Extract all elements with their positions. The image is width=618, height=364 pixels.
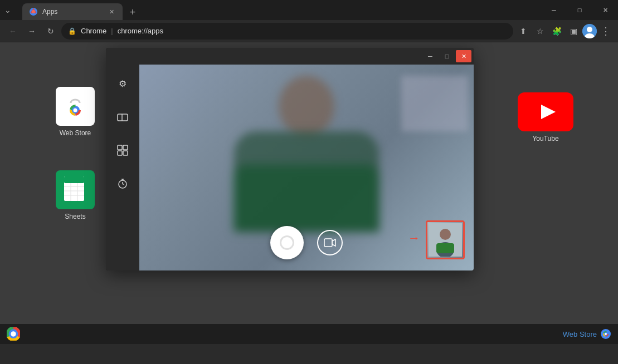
youtube-app-icon[interactable]: YouTube [518,92,573,142]
minimize-btn[interactable]: ─ [541,0,567,20]
person-head [279,76,334,137]
svg-rect-22 [123,145,128,150]
video-icon [324,237,336,249]
url-separator: | [111,27,113,35]
svg-point-31 [281,237,293,248]
svg-point-35 [440,229,451,240]
person-shirt [234,165,379,232]
timer-icon [117,178,128,189]
svg-rect-12 [64,176,84,183]
webstore-app-icon[interactable]: Web Store [56,87,95,137]
main-content: Web Store Sheets Y [0,42,618,344]
forward-btn[interactable]: → [23,23,40,40]
url-bar[interactable]: 🔒 Chrome | chrome://apps [61,23,513,40]
camera-titlebar: ─ □ ✕ [106,48,474,65]
sheets-app-icon[interactable]: Sheets [56,170,95,220]
svg-rect-37 [436,243,454,253]
sheets-logo [63,176,87,203]
shutter-icon [279,234,295,251]
svg-point-40 [11,332,16,337]
webstore-label: Web Store [60,129,91,137]
thumbnail-preview [427,222,463,258]
webstore-icon-img [56,87,95,126]
chrome-logo [7,327,20,341]
maximize-btn[interactable]: □ [567,0,592,20]
bottom-webstore-link[interactable]: Web Store [563,328,611,340]
camera-thumbnail[interactable] [426,220,465,259]
grid-icon [117,145,128,156]
svg-rect-19 [118,114,128,121]
svg-rect-24 [123,151,128,155]
extensions-btn[interactable]: 🧩 [549,23,565,39]
camera-switch-icon [117,111,128,122]
tab-title: Apps [42,8,103,16]
tab-close-btn[interactable]: ✕ [107,7,116,16]
camera-body: ⚙ [106,65,474,270]
window-controls: ─ □ ✕ [541,0,618,20]
background-shelf [401,76,468,131]
toolbar-actions: ⬆ ☆ 🧩 ▣ ⋮ [515,23,614,39]
person-figure [223,76,390,243]
svg-point-10 [74,109,77,112]
avatar-icon [582,24,597,38]
refresh-btn[interactable]: ↻ [42,23,59,40]
svg-rect-21 [118,145,122,150]
camera-grid-btn[interactable] [113,140,133,160]
bookmark-btn[interactable]: ☆ [532,23,548,39]
active-tab[interactable]: Apps ✕ [22,3,123,20]
camera-window: ─ □ ✕ ⚙ [106,48,474,270]
webstore-logo [62,93,89,120]
camera-maximize-btn[interactable]: □ [439,50,455,62]
thumbnail-arrow: → [408,231,420,245]
menu-btn[interactable]: ⋮ [598,23,614,39]
thumbnail-person [429,223,462,257]
camera-sidebar: ⚙ [106,65,139,270]
share-btn[interactable]: ⬆ [515,23,531,39]
camera-minimize-btn[interactable]: ─ [422,50,438,62]
youtube-logo [529,100,562,124]
url-path: chrome://apps [118,27,163,35]
camera-mode-btn[interactable] [113,107,133,127]
camera-close-btn[interactable]: ✕ [456,50,471,62]
title-bar: ⌄ Apps ✕ + ─ □ ✕ [0,0,618,20]
webstore-bottom-label: Web Store [563,330,597,338]
svg-rect-23 [118,151,122,155]
camera-controls [139,226,474,259]
sheets-icon-img [56,170,95,209]
profile-avatar[interactable] [582,24,597,38]
address-bar: ← → ↻ 🔒 Chrome | chrome://apps ⬆ ☆ 🧩 ▣ ⋮ [0,20,618,42]
svg-point-3 [587,27,592,32]
camera-viewport: → [139,65,474,270]
youtube-icon-img [518,92,573,131]
tab-overflow-btn[interactable]: ⌄ [0,2,16,18]
shutter-btn[interactable] [270,226,304,259]
close-btn[interactable]: ✕ [592,0,618,20]
new-tab-btn[interactable]: + [125,4,140,20]
url-origin: Chrome [81,27,106,35]
sidebar-btn[interactable]: ▣ [566,23,581,39]
camera-settings-btn[interactable]: ⚙ [113,73,133,94]
bottom-bar: Web Store [0,324,618,344]
person-body [234,131,379,232]
svg-marker-33 [332,239,335,246]
tab-favicon [29,7,38,16]
svg-point-45 [605,333,607,335]
svg-marker-18 [541,105,556,119]
svg-rect-32 [324,239,332,247]
camera-timer-btn[interactable] [113,174,133,194]
sheets-label: Sheets [65,213,85,220]
webstore-small-icon [600,328,611,340]
video-btn[interactable] [317,230,343,255]
tab-area: Apps ✕ + [18,0,541,20]
back-btn[interactable]: ← [4,23,21,40]
youtube-label: YouTube [532,135,558,142]
lock-icon: 🔒 [68,27,76,35]
